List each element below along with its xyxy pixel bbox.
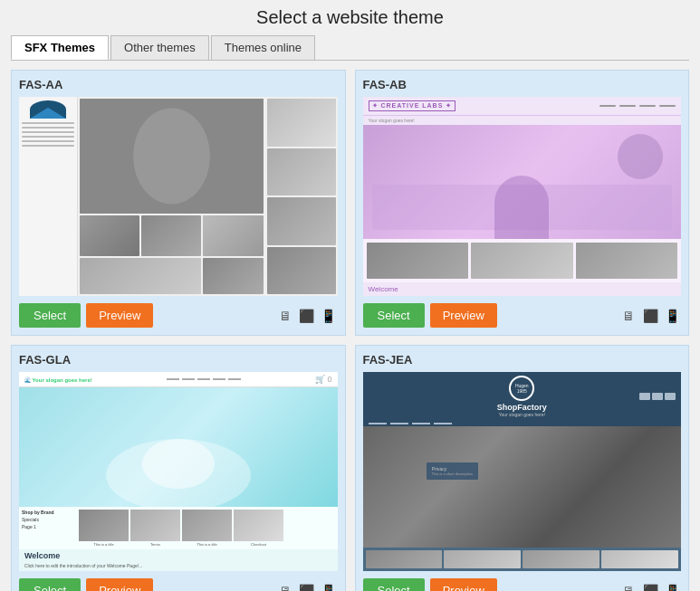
tab-themes-online[interactable]: Themes online [211, 35, 315, 60]
desktop-icon-jea: 🖥 [619, 584, 638, 592]
fasab-welcome-text: Welcome [363, 282, 682, 296]
theme-preview-fas-aa [19, 97, 338, 296]
theme-preview-fas-gla: 🌊 Your slogan goes here! 🛒 0 [19, 372, 338, 571]
theme-card-fas-jea: FAS-JEA Hugen1985 ShopFactory Your sloga… [355, 345, 690, 591]
mobile-icon-jea: 📱 [663, 584, 681, 592]
tab-other-themes[interactable]: Other themes [110, 35, 209, 60]
mobile-icon: 📱 [320, 309, 338, 323]
tab-sfx-themes[interactable]: SFX Themes [11, 35, 109, 60]
select-button-fas-gla[interactable]: Select [19, 578, 81, 591]
select-button-fas-ab[interactable]: Select [363, 303, 425, 328]
theme-name-fas-gla: FAS-GLA [19, 353, 338, 367]
tablet-icon: ⬛ [298, 309, 316, 323]
theme-preview-fas-ab: ✦ CREATIVE LABS ✦ Your slogan goes here! [363, 97, 682, 296]
theme-name-fas-aa: FAS-AA [19, 78, 338, 91]
tablet-icon-gla: ⬛ [298, 584, 316, 592]
themes-grid: FAS-AA [11, 70, 689, 591]
fasgl-logo: 🌊 Your slogan goes here! [24, 377, 92, 383]
device-icons-fas-jea: 🖥 ⬛ 📱 [619, 584, 681, 592]
desktop-icon-ab: 🖥 [619, 309, 638, 323]
page-title: Select a website theme [11, 7, 689, 28]
theme-card-fas-aa: FAS-AA [11, 70, 346, 336]
preview-button-fas-gla[interactable]: Preview [86, 578, 153, 591]
mobile-icon-gla: 📱 [320, 584, 338, 592]
select-button-fas-aa[interactable]: Select [19, 303, 81, 328]
fasgl-welcome: Welcome [19, 549, 338, 562]
tablet-icon-ab: ⬛ [641, 309, 659, 323]
theme-preview-fas-jea: Hugen1985 ShopFactory Your slogan goes h… [363, 372, 682, 571]
preview-button-fas-aa[interactable]: Preview [86, 303, 153, 328]
theme-actions-fas-ab: Select Preview 🖥 ⬛ 📱 [363, 303, 682, 328]
select-button-fas-jea[interactable]: Select [363, 578, 425, 591]
device-icons-fas-gla: 🖥 ⬛ 📱 [276, 584, 338, 592]
theme-name-fas-jea: FAS-JEA [363, 353, 682, 367]
theme-actions-fas-gla: Select Preview 🖥 ⬛ 📱 [19, 578, 338, 591]
tabs-bar: SFX Themes Other themes Themes online [11, 35, 689, 61]
theme-actions-fas-aa: Select Preview 🖥 ⬛ 📱 [19, 303, 338, 328]
theme-card-fas-ab: FAS-AB ✦ CREATIVE LABS ✦ Your slogan goe… [355, 70, 690, 336]
device-icons-fas-ab: 🖥 ⬛ 📱 [619, 309, 681, 323]
theme-actions-fas-jea: Select Preview 🖥 ⬛ 📱 [363, 578, 682, 591]
mobile-icon-ab: 📱 [663, 309, 681, 323]
theme-card-fas-gla: FAS-GLA 🌊 Your slogan goes here! 🛒 0 [11, 345, 346, 591]
desktop-icon-gla: 🖥 [276, 584, 294, 592]
device-icons-fas-aa: 🖥 ⬛ 📱 [276, 309, 338, 323]
tablet-icon-jea: ⬛ [641, 584, 659, 592]
desktop-icon: 🖥 [276, 309, 294, 323]
theme-name-fas-ab: FAS-AB [363, 78, 682, 91]
fasab-logo: ✦ CREATIVE LABS ✦ [369, 100, 456, 111]
preview-button-fas-ab[interactable]: Preview [430, 303, 497, 328]
preview-button-fas-jea[interactable]: Preview [430, 578, 497, 591]
